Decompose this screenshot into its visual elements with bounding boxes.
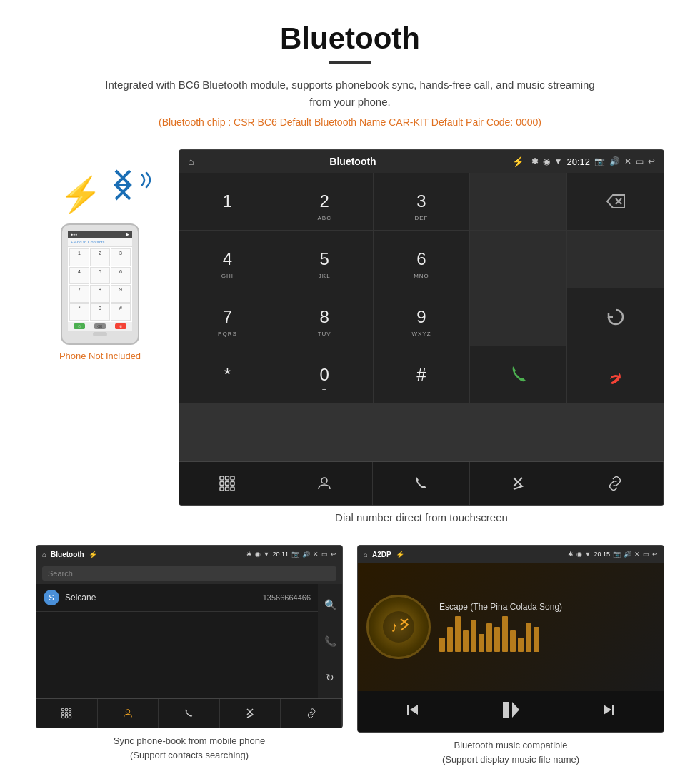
svg-rect-7 [226,482,229,486]
nav-bluetooth-icon[interactable] [470,462,567,505]
svg-rect-28 [407,705,409,715]
bt-icon-mini: ✱ [246,551,252,558]
bottom-panels: ⌂ Bluetooth ⚡ ✱ ◉ ▼ 20:11 📷 🔊 ✕ ▭ ↩ Sear… [0,545,700,766]
music-time: 20:15 [594,551,610,558]
mini-nav-link[interactable] [281,699,342,728]
vol-music-icon: 🔊 [624,551,631,558]
svg-rect-14 [62,708,64,710]
phone-bottom-bar: ✆ ⌫ ✆ [68,322,132,331]
music-album-art: ♪ [366,595,431,659]
svg-rect-10 [226,487,229,491]
phone-device: ●●●▶ + Add to Contacts 123 456 789 *0# ✆… [61,223,139,345]
phonebook-bottom-nav [36,698,342,728]
car-screen-title: Bluetooth [201,156,504,167]
page-header: Bluetooth Integrated with BC6 Bluetooth … [0,0,700,142]
dial-key-star[interactable]: * [179,346,276,403]
play-pause-button[interactable] [499,698,522,725]
back-music-icon: ↩ [652,551,658,558]
dial-refresh[interactable] [567,288,664,346]
music-info: Escape (The Pina Colada Song) [439,602,655,652]
vol-icon-mini: 🔊 [302,551,310,558]
nav-phone-icon[interactable] [373,462,470,505]
usb-icon-music: ⚡ [396,551,404,558]
svg-rect-32 [612,705,614,715]
prev-track-button[interactable] [404,701,421,722]
dial-key-0[interactable]: 0+ [276,346,373,403]
camera-icon: 📷 [594,156,605,166]
music-song-title: Escape (The Pina Colada Song) [439,602,655,612]
phone-not-included-label: Phone Not Included [59,351,141,361]
bluetooth-symbol-icon [105,164,141,206]
side-icons: 🔍 📞 ↻ [318,584,342,698]
music-status-bar: ⌂ A2DP ⚡ ✱ ◉ ▼ 20:15 📷 🔊 ✕ ▭ ↩ [358,546,664,563]
window-icon: ▭ [636,156,644,166]
svg-rect-5 [231,476,234,480]
svg-rect-18 [66,712,68,714]
dial-key-7[interactable]: 7PQRS [179,288,276,346]
svg-rect-11 [231,487,234,491]
mini-nav-bluetooth[interactable] [220,699,281,728]
cam-icon-mini: 📷 [291,551,299,558]
mini-nav-contacts[interactable] [98,699,159,728]
main-caption: Dial number direct from touchscreen [335,511,508,523]
next-track-button[interactable] [600,701,617,722]
loc-icon-mini: ◉ [255,551,261,558]
sig-icon-mini: ▼ [264,551,270,558]
svg-rect-16 [69,708,71,710]
svg-rect-6 [220,482,224,486]
contact-list: S Seicane 13566664466 [36,584,318,612]
dial-key-4[interactable]: 4GHI [179,231,276,288]
cls-music-icon: ✕ [634,551,640,558]
wifi-waves-icon [139,169,155,194]
mini-nav-phone[interactable] [159,699,220,728]
phone-add-contact: + Add to Contacts [68,238,132,247]
location-icon: ◉ [543,156,550,166]
search-side-icon[interactable]: 🔍 [324,599,336,610]
phonebook-title: Bluetooth [51,551,84,558]
phonebook-main: S Seicane 13566664466 [36,584,318,698]
dial-key-6[interactable]: 6MNO [374,231,470,288]
refresh-side-icon[interactable]: ↻ [326,672,334,683]
music-main-area: ♪ Escape (The Pina Colada Song) [358,563,664,691]
dial-key-hash[interactable]: # [374,346,470,403]
sig-music-icon: ▼ [585,551,591,558]
dial-hangup-button[interactable] [567,346,664,403]
svg-rect-29 [503,702,509,718]
dial-key-2[interactable]: 2ABC [276,173,373,230]
phonebook-screen: ⌂ Bluetooth ⚡ ✱ ◉ ▼ 20:11 📷 🔊 ✕ ▭ ↩ Sear… [36,545,343,728]
svg-marker-30 [512,702,519,718]
title-underline [329,61,371,64]
music-caption: Bluetooth music compatible(Support displ… [442,738,579,766]
svg-marker-27 [410,705,418,715]
music-album-icon: ♪ [381,609,416,645]
signal-icon: ▼ [554,156,563,166]
svg-point-24 [383,611,414,643]
bluetooth-status-icon: ✱ [531,156,539,166]
search-bar[interactable]: Search [42,566,336,581]
page-title: Bluetooth [14,21,686,56]
music-status-right: ✱ ◉ ▼ 20:15 📷 🔊 ✕ ▭ ↩ [568,551,658,558]
svg-rect-21 [66,715,68,718]
phone-side-icon[interactable]: 📞 [324,635,336,647]
dial-key-3[interactable]: 3DEF [374,173,470,230]
dial-backspace[interactable] [567,173,664,230]
dial-call-button[interactable] [470,346,566,403]
home-icon-mini: ⌂ [42,551,46,558]
dial-key-8[interactable]: 8TUV [276,288,373,346]
dial-key-5[interactable]: 5JKL [276,231,373,288]
mini-nav-dialpad[interactable] [36,699,98,728]
contact-item[interactable]: S Seicane 13566664466 [36,584,318,612]
phonebook-caption: Sync phone-book from mobile phone(Suppor… [114,734,265,762]
home-icon: ⌂ [188,156,194,167]
dial-empty-1 [470,173,566,230]
car-time: 20:12 [566,156,590,167]
music-equalizer [439,616,655,652]
dial-key-9[interactable]: 9WXYZ [374,288,470,346]
contact-number: 13566664466 [263,593,311,602]
svg-rect-17 [62,712,64,714]
dial-key-1[interactable]: 1 [179,173,276,230]
nav-link-icon[interactable] [566,462,664,505]
nav-dialpad-icon[interactable] [179,462,276,505]
usb-icon: ⚡ [512,156,524,167]
nav-contacts-icon[interactable] [276,462,374,505]
